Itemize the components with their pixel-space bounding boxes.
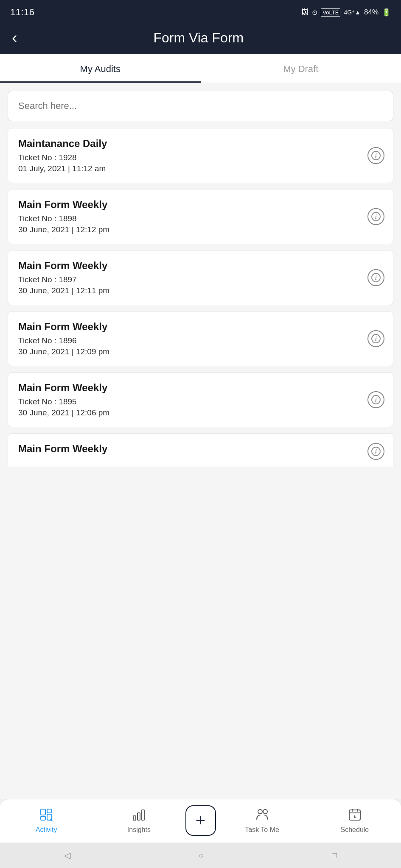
info-icon-3[interactable]: i (367, 330, 384, 347)
info-icon-2[interactable]: i (367, 269, 384, 286)
tab-my-draft[interactable]: My Draft (201, 54, 401, 83)
signal-icon: 4G⁺▲ (344, 9, 361, 16)
info-icon-partial[interactable]: i (367, 443, 384, 460)
status-time: 11:16 (10, 7, 35, 18)
audit-date-1: 30 June, 2021 | 12:12 pm (18, 225, 362, 234)
audit-info-1: Main Form Weekly Ticket No : 1898 30 Jun… (18, 199, 362, 234)
nav-insights[interactable]: Insights (93, 807, 185, 834)
svg-rect-21 (349, 810, 360, 820)
audit-card-1[interactable]: Main Form Weekly Ticket No : 1898 30 Jun… (8, 189, 393, 244)
nav-task-to-me[interactable]: Task To Me (216, 807, 308, 834)
volte-icon: VoLTE (321, 8, 340, 17)
svg-point-20 (263, 810, 267, 814)
android-nav-bar: ◁ ○ □ (0, 843, 401, 868)
audit-card-0[interactable]: Maintanance Daily Ticket No : 1928 01 Ju… (8, 128, 393, 183)
audit-date-2: 30 June, 2021 | 12:11 pm (18, 286, 362, 295)
audit-ticket-3: Ticket No : 1896 (18, 336, 362, 345)
audit-list: Maintanance Daily Ticket No : 1928 01 Ju… (8, 128, 393, 467)
battery-indicator: 84% (364, 8, 379, 17)
audit-ticket-4: Ticket No : 1895 (18, 397, 362, 406)
audit-card-partial[interactable]: Main Form Weekly i (8, 433, 393, 467)
svg-text:i: i (375, 448, 377, 455)
audit-info-partial: Main Form Weekly (18, 443, 362, 458)
svg-text:i: i (375, 214, 377, 220)
nav-activity[interactable]: Activity (0, 807, 93, 834)
audit-card-3[interactable]: Main Form Weekly Ticket No : 1896 30 Jun… (8, 311, 393, 366)
schedule-icon (348, 807, 362, 823)
svg-rect-16 (133, 816, 136, 820)
svg-text:i: i (375, 336, 377, 342)
wifi-icon: ⊙ (312, 8, 317, 17)
audit-card-4[interactable]: Main Form Weekly Ticket No : 1895 30 Jun… (8, 372, 393, 427)
svg-text:i: i (375, 275, 377, 281)
audit-info-0: Maintanance Daily Ticket No : 1928 01 Ju… (18, 138, 362, 173)
battery-icon: 🔋 (382, 8, 391, 17)
nav-schedule[interactable]: Schedule (308, 807, 401, 834)
audit-date-3: 30 June, 2021 | 12:09 pm (18, 347, 362, 356)
android-home-button[interactable]: ○ (199, 851, 204, 860)
audit-ticket-0: Ticket No : 1928 (18, 153, 362, 162)
activity-icon (39, 807, 53, 823)
photo-icon: 🖼 (301, 8, 308, 17)
search-container[interactable] (8, 91, 393, 121)
schedule-label: Schedule (341, 826, 369, 834)
tab-bar: My Audits My Draft (0, 54, 401, 83)
activity-label: Activity (36, 826, 57, 834)
android-back-button[interactable]: ◁ (64, 850, 70, 860)
audit-title-2: Main Form Weekly (18, 260, 362, 272)
audit-ticket-1: Ticket No : 1898 (18, 214, 362, 223)
tab-my-audits[interactable]: My Audits (0, 54, 201, 83)
info-icon-1[interactable]: i (367, 208, 384, 225)
search-input[interactable] (8, 91, 393, 121)
audit-title-4: Main Form Weekly (18, 382, 362, 394)
insights-label: Insights (127, 826, 151, 834)
audit-info-3: Main Form Weekly Ticket No : 1896 30 Jun… (18, 321, 362, 356)
svg-rect-13 (41, 816, 45, 820)
nav-add[interactable]: + (185, 805, 216, 836)
audit-date-0: 01 July, 2021 | 11:12 am (18, 164, 362, 173)
audit-title-0: Maintanance Daily (18, 138, 362, 150)
svg-rect-14 (47, 809, 52, 813)
svg-point-19 (258, 810, 262, 814)
svg-rect-18 (142, 810, 144, 820)
audit-info-4: Main Form Weekly Ticket No : 1895 30 Jun… (18, 382, 362, 417)
audit-title-3: Main Form Weekly (18, 321, 362, 333)
svg-rect-12 (41, 809, 45, 815)
svg-text:i: i (375, 153, 377, 159)
audit-card-2[interactable]: Main Form Weekly Ticket No : 1897 30 Jun… (8, 250, 393, 305)
task-label: Task To Me (245, 826, 279, 834)
content-area: Maintanance Daily Ticket No : 1928 01 Ju… (0, 83, 401, 799)
header: ‹ Form Via Form (0, 24, 401, 54)
status-icons: 🖼 ⊙ VoLTE 4G⁺▲ 84% 🔋 (301, 8, 391, 17)
audit-info-2: Main Form Weekly Ticket No : 1897 30 Jun… (18, 260, 362, 295)
android-recent-button[interactable]: □ (332, 851, 337, 860)
info-icon-0[interactable]: i (367, 147, 384, 164)
info-icon-4[interactable]: i (367, 391, 384, 408)
audit-title-1: Main Form Weekly (18, 199, 362, 211)
audit-ticket-2: Ticket No : 1897 (18, 275, 362, 284)
bottom-nav: Activity Insights + Task To Me (0, 799, 401, 843)
status-bar: 11:16 🖼 ⊙ VoLTE 4G⁺▲ 84% 🔋 (0, 0, 401, 24)
add-button[interactable]: + (185, 805, 216, 836)
insights-icon (132, 807, 146, 823)
svg-text:i: i (375, 397, 377, 403)
svg-rect-17 (137, 813, 140, 820)
audit-date-4: 30 June, 2021 | 12:06 pm (18, 408, 362, 417)
page-title: Form Via Form (28, 30, 370, 46)
svg-rect-15 (47, 814, 52, 820)
task-icon (255, 807, 269, 823)
audit-title-partial: Main Form Weekly (18, 443, 362, 455)
plus-icon: + (196, 812, 205, 829)
back-button[interactable]: ‹ (10, 30, 19, 46)
